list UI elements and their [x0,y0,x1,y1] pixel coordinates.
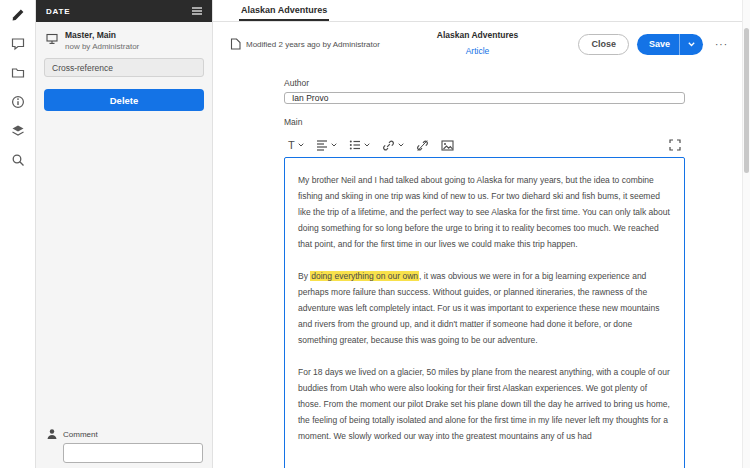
more-button[interactable]: ··· [711,39,732,50]
author-label: Author [284,78,685,88]
menu-icon[interactable] [192,7,202,15]
document-header: Modified 2 years ago by Administrator Al… [213,22,742,66]
save-button[interactable]: Save [637,34,679,55]
unlink-button[interactable] [414,137,431,154]
modified-info: Modified 2 years ago by Administrator [230,38,380,50]
comment-area: Comment [46,428,203,463]
tab-bar: Alaskan Adventures [213,0,742,22]
header-actions: Close Save ··· [578,34,732,55]
text-format-button[interactable]: T [286,138,306,153]
chevron-down-icon [298,143,304,147]
app-window: DATE Master, Main now by Administrator C… [0,0,750,468]
left-toolbar [0,0,36,468]
insert-image-button[interactable] [439,137,456,154]
date-panel: DATE Master, Main now by Administrator C… [36,0,213,468]
modified-text: Modified 2 years ago by Administrator [246,40,380,49]
folder-icon[interactable] [8,63,28,83]
close-button[interactable]: Close [578,34,629,55]
rich-text-editor[interactable]: My brother Neil and I had talked about g… [284,157,685,468]
chevron-down-icon [364,143,370,147]
version-title: Master, Main [65,30,139,40]
version-texts: Master, Main now by Administrator [65,30,139,51]
main-area: Alaskan Adventures Modified 2 years ago … [213,0,742,468]
save-button-group: Save [637,34,703,55]
fullscreen-icon [669,139,681,151]
link-icon [382,139,395,152]
editor-paragraph: For 18 days we lived on a glacier, 50 mi… [298,364,671,444]
panel-title: DATE [46,7,70,16]
panel-header: DATE [36,0,212,22]
comment-label: Comment [63,430,98,439]
layers-icon[interactable] [8,121,28,141]
editor-paragraph: By doing everything on our own, it was o… [298,268,671,348]
user-icon [46,428,58,440]
editor-paragraph: My brother Neil and I had talked about g… [298,172,671,252]
info-icon[interactable] [8,92,28,112]
fragment-form: Author Main T [213,66,742,468]
comment-input[interactable] [63,443,203,463]
chevron-down-icon [331,143,337,147]
version-item[interactable]: Master, Main now by Administrator [36,22,212,55]
align-left-icon [316,139,328,151]
scrollbar[interactable] [742,0,750,468]
scrollbar-thumb[interactable] [744,28,749,173]
rte-toolbar: T [284,133,685,157]
unlink-icon [416,139,429,152]
main-label: Main [284,117,685,127]
link-button[interactable] [380,137,406,154]
monitor-icon [46,31,58,49]
highlighted-text: doing everything on our own [310,271,419,281]
fullscreen-button[interactable] [667,137,683,153]
bullet-list-icon [349,139,361,151]
version-subtitle: now by Administrator [65,42,139,51]
edit-icon[interactable] [8,5,28,25]
delete-button[interactable]: Delete [44,89,204,111]
search-icon[interactable] [8,150,28,170]
text-format-icon: T [288,140,295,151]
save-dropdown-button[interactable] [680,34,703,55]
image-icon [441,139,454,152]
document-icon [230,38,241,50]
align-button[interactable] [314,137,339,153]
author-input[interactable] [284,92,685,104]
tab-alaskan-adventures[interactable]: Alaskan Adventures [239,5,329,21]
cross-reference-field[interactable]: Cross-reference [44,58,204,77]
document-type-link[interactable]: Article [466,46,490,56]
comment-icon[interactable] [8,34,28,54]
chevron-down-icon [398,143,404,147]
list-button[interactable] [347,137,372,153]
